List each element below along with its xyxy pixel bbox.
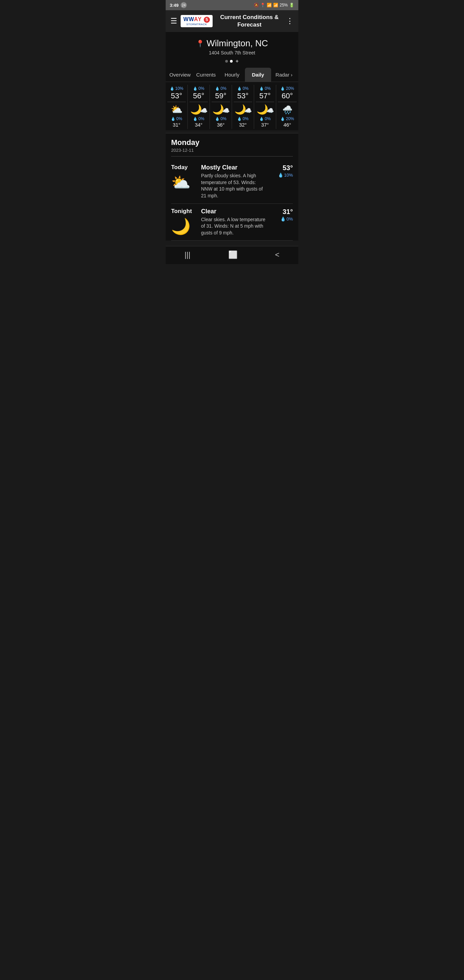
temp-low: 46° [277, 122, 298, 127]
period-row: Today ⛅ Mostly Clear Partly cloudy skies… [171, 160, 293, 204]
cell-divider [211, 102, 230, 102]
notification-badge: 24 [181, 2, 187, 8]
precip-bottom: 💧 0% [166, 116, 187, 121]
temp-low: 34° [189, 122, 209, 127]
period-temp: 53° [269, 164, 293, 172]
period-temp: 31° [269, 208, 293, 216]
battery-icon: 🔋 [289, 3, 294, 8]
more-options-button[interactable]: ⋮ [286, 17, 294, 25]
weather-icon: ⛅ [166, 103, 187, 115]
location-name: 📍 Wilmington, NC [169, 38, 295, 49]
forecast-cell[interactable]: 💧 20% 60° 🌧️ 💧 20% 46° [276, 85, 298, 129]
tab-overview[interactable]: Overview [167, 68, 193, 82]
period-left: Tonight 🌙 [171, 208, 198, 235]
precip-top: 💧 20% [277, 86, 298, 91]
period-left: Today ⛅ [171, 164, 198, 192]
dot-2[interactable] [230, 60, 233, 63]
app-title: Current Conditions &Forecast [216, 14, 283, 29]
tab-radar[interactable]: Radar › [271, 68, 297, 82]
precip-top: 💧 0% [211, 86, 231, 91]
logo-text: WWAY 5 [183, 16, 210, 23]
wifi-icon: 📶 [267, 3, 272, 8]
temp-low: 36° [211, 122, 231, 127]
period-icon: ⛅ [171, 173, 198, 192]
back-button[interactable]: < [275, 250, 280, 259]
period-description: Clear skies. A low temperature of 31. Wi… [201, 216, 266, 237]
cell-divider [234, 102, 252, 102]
temp-low: 32° [233, 122, 253, 127]
drop-icon-period: 💧 [280, 216, 286, 221]
precip-top: 💧 0% [233, 86, 253, 91]
tab-currents[interactable]: Currents [193, 68, 219, 82]
tab-daily[interactable]: Daily [245, 68, 271, 82]
period-right: 31° 💧 0% [269, 208, 293, 221]
hamburger-menu[interactable]: ☰ [170, 17, 177, 25]
day-detail-section: Monday 2023-12-11 Today ⛅ Mostly Clear P… [166, 133, 298, 240]
add-location-button[interactable]: + [235, 58, 238, 64]
precip-bottom: 💧 0% [189, 116, 209, 121]
temp-high: 56° [189, 92, 209, 100]
weather-icon: 🌙☁️ [233, 103, 253, 115]
bottom-nav: ||| ⬜ < [166, 246, 298, 264]
period-condition: Clear [201, 208, 266, 215]
forecast-cell[interactable]: 💧 10% 53° ⛅ 💧 0% 31° [166, 85, 188, 129]
drop-icon: 💧 [280, 86, 285, 91]
tab-hourly[interactable]: Hourly [219, 68, 245, 82]
app-logo: WWAY 5 STORMTRACK [181, 15, 213, 27]
period-center: Mostly Clear Partly cloudy skies. A high… [198, 164, 269, 199]
tab-bar: Overview Currents Hourly Daily Radar › [166, 68, 298, 82]
precip-top: 💧 0% [255, 86, 275, 91]
cell-divider [167, 102, 186, 102]
mute-icon: 🔕 [254, 3, 259, 8]
period-row: Tonight 🌙 Clear Clear skies. A low tempe… [171, 204, 293, 241]
precip-top: 💧 0% [189, 86, 209, 91]
location-address: 1404 South 7th Street [169, 50, 295, 56]
temp-low: 37° [255, 122, 275, 127]
home-button[interactable]: ⬜ [228, 250, 237, 259]
period-right: 53° 💧 10% [269, 164, 293, 178]
location-pin-icon: 📍 [196, 40, 205, 48]
location-section: 📍 Wilmington, NC 1404 South 7th Street + [166, 32, 298, 68]
forecast-cell[interactable]: 💧 0% 56° 🌙☁️ 💧 0% 34° [188, 85, 210, 129]
period-precip: 💧 10% [269, 172, 293, 178]
drop-icon-bottom: 💧 [259, 117, 264, 121]
drop-icon-bottom: 💧 [280, 117, 285, 121]
status-time: 3:49 [170, 3, 179, 8]
drop-icon: 💧 [259, 86, 264, 91]
temp-low: 31° [166, 122, 187, 127]
temp-high: 53° [166, 92, 187, 100]
cell-divider [256, 102, 274, 102]
period-description: Partly cloudy skies. A high temperature … [201, 172, 266, 199]
drop-icon: 💧 [193, 86, 198, 91]
forecast-row: 💧 10% 53° ⛅ 💧 0% 31° 💧 0% 56° 🌙☁️ 💧 0% 3… [166, 85, 298, 129]
temp-high: 57° [255, 92, 275, 100]
drop-icon-bottom: 💧 [171, 117, 176, 121]
drop-icon: 💧 [237, 86, 242, 91]
drop-icon: 💧 [170, 86, 175, 91]
temp-high: 53° [233, 92, 253, 100]
dot-1[interactable] [225, 60, 228, 63]
forecast-cell[interactable]: 💧 0% 59° 🌙☁️ 💧 0% 36° [210, 85, 232, 129]
precip-bottom: 💧 0% [255, 116, 275, 121]
period-weather-icon: ⛅ [171, 173, 191, 191]
weather-icon: 🌙☁️ [255, 103, 275, 115]
drop-icon-bottom: 💧 [215, 117, 220, 121]
period-label: Today [171, 164, 198, 171]
logo-subtitle: STORMTRACK [186, 23, 207, 26]
location-pager: + [169, 58, 295, 64]
weather-icon: 🌙☁️ [189, 103, 209, 115]
forecast-cell[interactable]: 💧 0% 57° 🌙☁️ 💧 0% 37° [254, 85, 276, 129]
period-condition: Mostly Clear [201, 164, 266, 171]
period-precip: 💧 0% [269, 216, 293, 221]
recent-apps-button[interactable]: ||| [184, 250, 190, 259]
forecast-cell[interactable]: 💧 0% 53° 🌙☁️ 💧 0% 32° [232, 85, 254, 129]
period-weather-icon: 🌙 [171, 218, 191, 235]
weather-icon: 🌧️ [277, 103, 298, 115]
forecast-scroll[interactable]: 💧 10% 53° ⛅ 💧 0% 31° 💧 0% 56° 🌙☁️ 💧 0% 3… [166, 82, 298, 130]
location-icon: 📍 [260, 3, 265, 8]
precip-bottom: 💧 0% [233, 116, 253, 121]
drop-icon-period: 💧 [278, 172, 283, 178]
period-label: Tonight [171, 208, 198, 215]
day-name: Monday [171, 138, 293, 147]
drop-icon: 💧 [215, 86, 220, 91]
